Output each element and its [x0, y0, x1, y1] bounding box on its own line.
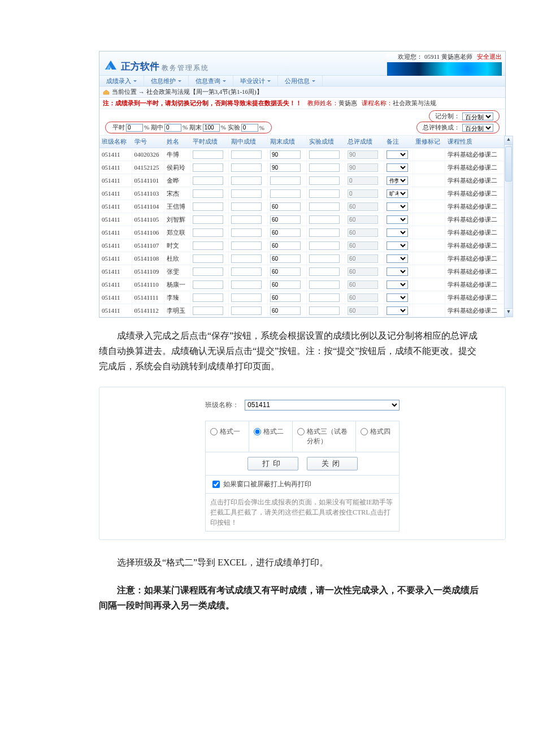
col-class[interactable]: 班级名称 — [99, 136, 132, 148]
menu-info-query[interactable]: 信息查询 — [189, 76, 233, 86]
ps-input[interactable] — [193, 306, 223, 315]
qz-input[interactable] — [164, 124, 181, 132]
qz-input[interactable] — [231, 163, 262, 172]
class-select[interactable]: 051411 — [245, 400, 400, 411]
bz-select[interactable] — [387, 241, 408, 250]
qm-input[interactable] — [270, 293, 301, 302]
sy-input[interactable] — [309, 189, 340, 198]
radio-format-2[interactable] — [254, 428, 261, 435]
qz-input[interactable] — [231, 215, 262, 224]
ps-input[interactable] — [193, 189, 223, 198]
qz-input[interactable] — [231, 228, 262, 237]
col-bz[interactable]: 备注 — [384, 136, 413, 148]
sy-input[interactable] — [309, 176, 340, 185]
close-button[interactable]: 关闭 — [307, 457, 358, 470]
qm-input[interactable] — [270, 163, 301, 172]
qz-input[interactable] — [231, 189, 262, 198]
ps-input[interactable] — [193, 293, 223, 302]
menu-info-maintain[interactable]: 信息维护 — [144, 76, 189, 86]
bz-select[interactable] — [387, 202, 408, 211]
bz-select[interactable] — [387, 267, 408, 276]
vertical-scrollbar[interactable]: ▲ ▼ — [504, 136, 513, 317]
qz-input[interactable] — [231, 306, 262, 315]
ps-input[interactable] — [193, 176, 223, 185]
bz-select[interactable] — [387, 215, 408, 224]
scroll-up-icon[interactable]: ▲ — [505, 136, 513, 145]
ps-input[interactable] — [193, 280, 223, 289]
qm-input[interactable] — [270, 280, 301, 289]
qm-input[interactable] — [270, 306, 301, 315]
ps-input[interactable] — [193, 150, 223, 159]
qz-input[interactable] — [231, 150, 262, 159]
bz-select[interactable] — [387, 293, 408, 302]
col-sid[interactable]: 学号 — [132, 136, 164, 148]
sy-input[interactable] — [309, 228, 340, 237]
bz-select[interactable] — [387, 228, 408, 237]
menu-public-info[interactable]: 公用信息 — [278, 76, 323, 86]
col-name[interactable]: 姓名 — [164, 136, 190, 148]
ps-input[interactable] — [126, 124, 143, 132]
qm-input[interactable] — [270, 189, 301, 198]
radio-format-4[interactable] — [361, 428, 368, 435]
radio-format-3[interactable] — [297, 428, 305, 435]
ps-input[interactable] — [193, 215, 223, 224]
sy-input[interactable] — [309, 293, 340, 302]
bz-select[interactable]: 作弊 — [387, 176, 408, 185]
format-option-4[interactable]: 格式四 — [356, 421, 399, 452]
qz-input[interactable] — [231, 241, 262, 250]
sy-input[interactable] — [309, 150, 340, 159]
sy-input[interactable] — [309, 241, 340, 250]
settings-row: 记分制： 百分制 总评转换成： 百分制 平时 % 期中 % 期末 % 实验 % — [99, 109, 505, 136]
radio-format-1[interactable] — [210, 428, 218, 435]
bz-select[interactable] — [387, 306, 408, 315]
qm-input[interactable] — [270, 202, 301, 211]
format-option-3[interactable]: 格式三（试卷分析） — [293, 421, 357, 452]
menu-grade-entry[interactable]: 成绩录入 — [99, 76, 144, 86]
sy-input[interactable] — [241, 124, 258, 132]
menu-graduation[interactable]: 毕业设计 — [233, 76, 278, 86]
qm-input[interactable] — [270, 267, 301, 276]
col-ps: 平时成绩 — [190, 136, 229, 148]
bz-select[interactable] — [387, 163, 408, 172]
format-option-2[interactable]: 格式二 — [249, 421, 293, 452]
bz-select[interactable]: 旷考 — [387, 189, 408, 198]
qm-input[interactable] — [270, 176, 301, 185]
format-option-1[interactable]: 格式一 — [206, 421, 249, 452]
ps-input[interactable] — [193, 202, 223, 211]
logout-link[interactable]: 安全退出 — [477, 53, 502, 60]
score-system-select[interactable]: 百分制 — [462, 113, 493, 120]
sy-input[interactable] — [309, 254, 340, 263]
qm-input[interactable] — [270, 254, 301, 263]
sy-input[interactable] — [309, 280, 340, 289]
bz-select[interactable] — [387, 150, 408, 159]
print-button[interactable]: 打印 — [248, 457, 298, 470]
qz-input[interactable] — [231, 176, 262, 185]
ps-input[interactable] — [193, 163, 223, 172]
qz-input[interactable] — [231, 202, 262, 211]
bz-select[interactable] — [387, 280, 408, 289]
sy-input[interactable] — [309, 163, 340, 172]
ps-input[interactable] — [193, 241, 223, 250]
sy-input[interactable] — [309, 306, 340, 315]
ps-input[interactable] — [193, 267, 223, 276]
qm-input[interactable] — [203, 124, 220, 132]
ps-input[interactable] — [193, 228, 223, 237]
qz-input[interactable] — [231, 280, 262, 289]
bz-select[interactable] — [387, 254, 408, 263]
qz-input[interactable] — [231, 267, 262, 276]
scroll-down-icon[interactable]: ▼ — [505, 308, 513, 317]
qm-input[interactable] — [270, 241, 301, 250]
qm-input[interactable] — [270, 215, 301, 224]
total-conv-select[interactable]: 百分制 — [462, 124, 493, 132]
course-value: 社会政策与法规 — [393, 100, 436, 106]
sy-input[interactable] — [309, 267, 340, 276]
qm-input[interactable] — [270, 228, 301, 237]
sy-input[interactable] — [309, 215, 340, 224]
scroll-thumb[interactable] — [505, 146, 512, 182]
qm-input[interactable] — [270, 150, 301, 159]
sy-input[interactable] — [309, 202, 340, 211]
qz-input[interactable] — [231, 254, 262, 263]
qz-input[interactable] — [231, 293, 262, 302]
ps-input[interactable] — [193, 254, 223, 263]
popup-blocked-checkbox[interactable] — [212, 481, 220, 488]
